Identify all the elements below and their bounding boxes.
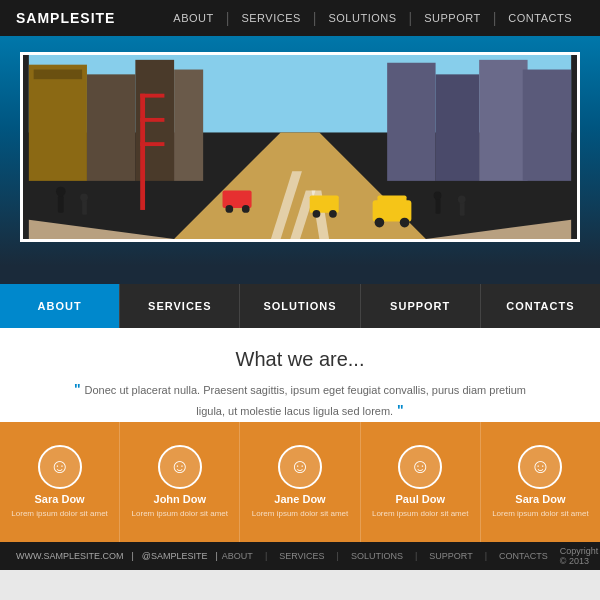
team-member-2: ☺ Jane Dow Lorem ipsum dolor sit amet bbox=[240, 422, 360, 542]
header-nav-about[interactable]: ABOUT bbox=[161, 12, 225, 24]
svg-point-32 bbox=[434, 192, 442, 200]
svg-rect-23 bbox=[58, 195, 64, 212]
svg-point-36 bbox=[313, 210, 321, 218]
member-name-4: Sara Dow bbox=[515, 493, 565, 505]
svg-rect-33 bbox=[460, 202, 465, 216]
site-header: SAMPLESITE ABOUT | SERVICES | SOLUTIONS … bbox=[0, 0, 600, 36]
hero-section bbox=[0, 36, 600, 266]
svg-rect-7 bbox=[436, 74, 480, 181]
content-quote: " Donec ut placerat nulla. Praesent sagi… bbox=[60, 379, 540, 421]
member-name-3: Paul Dow bbox=[395, 493, 445, 505]
svg-point-34 bbox=[458, 195, 466, 203]
svg-point-21 bbox=[225, 205, 233, 213]
svg-rect-27 bbox=[140, 94, 145, 210]
member-desc-1: Lorem ipsum dolor sit amet bbox=[132, 509, 228, 519]
navbar-item-solutions[interactable]: SOLUTIONS bbox=[240, 284, 360, 328]
member-desc-4: Lorem ipsum dolor sit amet bbox=[492, 509, 588, 519]
member-name-2: Jane Dow bbox=[274, 493, 325, 505]
avatar-0: ☺ bbox=[38, 445, 82, 489]
svg-rect-29 bbox=[140, 118, 164, 122]
svg-point-22 bbox=[242, 205, 250, 213]
footer-nav-support[interactable]: SUPPORT bbox=[429, 551, 472, 561]
svg-marker-15 bbox=[421, 220, 571, 239]
header-nav-support[interactable]: SUPPORT bbox=[412, 12, 492, 24]
svg-marker-14 bbox=[29, 220, 179, 239]
footer-nav-contacts[interactable]: CONTACTS bbox=[499, 551, 548, 561]
svg-point-37 bbox=[329, 210, 337, 218]
close-quote: " bbox=[393, 402, 404, 418]
svg-rect-9 bbox=[523, 70, 571, 181]
hero-image bbox=[20, 52, 580, 242]
main-content: What we are... " Donec ut placerat nulla… bbox=[0, 328, 600, 418]
team-member-0: ☺ Sara Dow Lorem ipsum dolor sit amet bbox=[0, 422, 120, 542]
footer-social: @SAMPLESITE bbox=[142, 551, 208, 561]
header-nav-contacts[interactable]: CONTACTS bbox=[496, 12, 584, 24]
navbar-item-about[interactable]: ABOUT bbox=[0, 284, 120, 328]
avatar-1: ☺ bbox=[158, 445, 202, 489]
site-footer: WWW.SAMPLESITE.COM | @SAMPLESITE | ABOUT… bbox=[0, 542, 600, 570]
svg-point-18 bbox=[375, 218, 385, 228]
quote-text: Donec ut placerat nulla. Praesent sagitt… bbox=[85, 384, 526, 417]
team-member-4: ☺ Sara Dow Lorem ipsum dolor sit amet bbox=[481, 422, 600, 542]
team-member-3: ☺ Paul Dow Lorem ipsum dolor sit amet bbox=[361, 422, 481, 542]
member-name-1: John Dow bbox=[154, 493, 207, 505]
footer-nav-about[interactable]: ABOUT bbox=[222, 551, 253, 561]
footer-nav: ABOUT | SERVICES | SOLUTIONS | SUPPORT |… bbox=[222, 551, 548, 561]
footer-nav-solutions[interactable]: SOLUTIONS bbox=[351, 551, 403, 561]
site-logo: SAMPLESITE bbox=[16, 10, 161, 26]
svg-point-26 bbox=[80, 193, 88, 201]
avatar-2: ☺ bbox=[278, 445, 322, 489]
svg-rect-6 bbox=[387, 63, 435, 181]
svg-rect-28 bbox=[140, 94, 164, 98]
footer-nav-services[interactable]: SERVICES bbox=[279, 551, 324, 561]
svg-rect-5 bbox=[174, 70, 203, 181]
member-name-0: Sara Dow bbox=[35, 493, 85, 505]
footer-copyright: Copyright © 2013 bbox=[560, 546, 599, 566]
avatar-3: ☺ bbox=[398, 445, 442, 489]
svg-rect-2 bbox=[34, 70, 82, 80]
svg-rect-30 bbox=[140, 142, 164, 146]
navbar-item-support[interactable]: SUPPORT bbox=[361, 284, 481, 328]
hero-bottom-strip bbox=[0, 266, 600, 284]
svg-rect-17 bbox=[377, 195, 406, 207]
svg-rect-8 bbox=[479, 60, 527, 181]
footer-left: WWW.SAMPLESITE.COM | @SAMPLESITE | bbox=[16, 551, 222, 561]
header-nav: ABOUT | SERVICES | SOLUTIONS | SUPPORT |… bbox=[161, 10, 584, 26]
main-navbar: ABOUT SERVICES SOLUTIONS SUPPORT CONTACT… bbox=[0, 284, 600, 328]
team-member-1: ☺ John Dow Lorem ipsum dolor sit amet bbox=[120, 422, 240, 542]
avatar-4: ☺ bbox=[518, 445, 562, 489]
svg-point-24 bbox=[56, 187, 66, 197]
member-desc-3: Lorem ipsum dolor sit amet bbox=[372, 509, 468, 519]
content-title: What we are... bbox=[60, 348, 540, 371]
member-desc-0: Lorem ipsum dolor sit amet bbox=[11, 509, 107, 519]
footer-site-url: WWW.SAMPLESITE.COM bbox=[16, 551, 124, 561]
header-nav-solutions[interactable]: SOLUTIONS bbox=[316, 12, 408, 24]
open-quote: " bbox=[74, 381, 85, 397]
svg-rect-25 bbox=[82, 200, 87, 215]
svg-rect-1 bbox=[29, 65, 87, 181]
team-section: ☺ Sara Dow Lorem ipsum dolor sit amet ☺ … bbox=[0, 422, 600, 542]
navbar-item-services[interactable]: SERVICES bbox=[120, 284, 240, 328]
svg-rect-3 bbox=[87, 74, 135, 181]
navbar-item-contacts[interactable]: CONTACTS bbox=[481, 284, 600, 328]
svg-rect-31 bbox=[436, 198, 441, 213]
header-nav-services[interactable]: SERVICES bbox=[229, 12, 312, 24]
svg-point-19 bbox=[400, 218, 410, 228]
member-desc-2: Lorem ipsum dolor sit amet bbox=[252, 509, 348, 519]
